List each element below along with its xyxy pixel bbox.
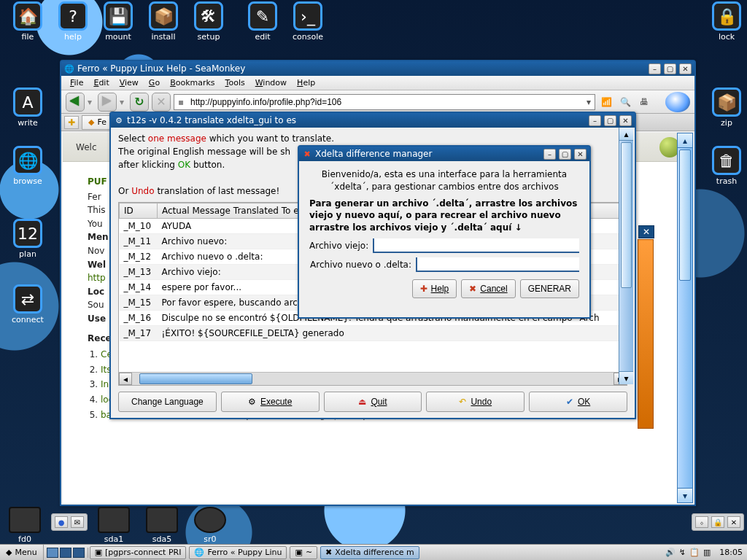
undo-button[interactable]: ↶Undo bbox=[426, 392, 525, 412]
forward-button[interactable]: ⯈ bbox=[98, 93, 117, 112]
execute-button[interactable]: ⚙Execute bbox=[221, 392, 320, 412]
seamonkey-titlebar[interactable]: 🌐 Ferro « Puppy Linux Help - SeaMonkey –… bbox=[61, 61, 694, 76]
stop-button[interactable]: ✕ bbox=[152, 93, 171, 112]
clipboard-icon[interactable]: 📋 bbox=[689, 548, 700, 557]
hscrollbar[interactable]: ◂ ▸ bbox=[119, 372, 627, 385]
menu-file[interactable]: File bbox=[66, 77, 88, 89]
old-file-input[interactable] bbox=[373, 238, 579, 253]
drive-bar: fd0 ● ✉ sda1 sda5 sr0 ⬨ 🔒 ✕ bbox=[0, 502, 747, 544]
menu-go[interactable]: Go bbox=[144, 77, 164, 89]
hdd-icon bbox=[98, 507, 130, 533]
workspace-2[interactable] bbox=[60, 548, 71, 558]
workspace-1[interactable] bbox=[47, 548, 58, 558]
ok-button[interactable]: ✔OK bbox=[529, 392, 627, 412]
task-button[interactable]: ▣[pgprs-connect PRI bbox=[90, 546, 187, 559]
desktop-icon-write[interactable]: Awrite bbox=[6, 88, 50, 128]
xdelta-titlebar[interactable]: ✖ Xdelta difference manager – ▢ ✕ bbox=[299, 147, 589, 161]
url-dropdown-icon[interactable]: ▾ bbox=[583, 97, 595, 107]
new-file-input[interactable] bbox=[416, 257, 579, 272]
clock[interactable]: 18:05 bbox=[715, 548, 747, 557]
drive-fd0[interactable]: fd0 bbox=[3, 507, 47, 544]
change-language-button[interactable]: Change Language bbox=[118, 392, 217, 412]
t12s-scrollbar[interactable]: ▴ ▾ bbox=[619, 128, 633, 384]
close-button[interactable]: ✕ bbox=[679, 63, 692, 74]
drive-dot-icon[interactable]: ● bbox=[55, 516, 68, 528]
throbber-icon bbox=[665, 92, 690, 112]
desktop-icon-help[interactable]: ?help bbox=[51, 1, 95, 42]
desktop-icon-connect[interactable]: ⇄connect bbox=[6, 284, 50, 324]
feed-icon[interactable]: 📶 bbox=[598, 94, 614, 110]
scroll-down-icon[interactable]: ▾ bbox=[678, 488, 692, 502]
scroll-up-icon[interactable]: ▴ bbox=[678, 133, 692, 148]
scroll-down-icon[interactable]: ▾ bbox=[619, 371, 633, 384]
volume-icon[interactable]: 🔊 bbox=[665, 548, 676, 557]
address-bar[interactable]: ▪ ▾ bbox=[174, 94, 595, 110]
maximize-button[interactable]: ▢ bbox=[664, 63, 676, 74]
close-button[interactable]: ✕ bbox=[574, 149, 587, 160]
close-button[interactable]: ✕ bbox=[619, 115, 632, 126]
connect-icon[interactable]: ⬨ bbox=[695, 516, 708, 528]
menu-button[interactable]: ◆Menu bbox=[0, 545, 44, 560]
menu-edit[interactable]: Edit bbox=[89, 77, 113, 89]
desktop-icon-browse[interactable]: 🌐browse bbox=[6, 146, 50, 186]
search-icon[interactable]: 🔍 bbox=[617, 94, 633, 110]
drive-sda1[interactable]: sda1 bbox=[92, 507, 136, 544]
table-row[interactable]: _M_17¡ÉXITO! ${SOURCEFILE_DELTA} generad… bbox=[120, 326, 627, 341]
drive-sda5[interactable]: sda5 bbox=[140, 507, 184, 544]
desktop-icon-trash[interactable]: 🗑trash bbox=[705, 146, 747, 186]
seamonkey-menubar[interactable]: FileEditViewGoBookmarksToolsWindowHelp bbox=[61, 76, 694, 90]
scroll-thumb[interactable] bbox=[679, 149, 691, 281]
close-small-icon[interactable]: ✕ bbox=[727, 516, 740, 528]
battery-icon[interactable]: ▥ bbox=[703, 548, 711, 557]
maximize-button[interactable]: ▢ bbox=[604, 115, 616, 126]
desktop-icon-plan[interactable]: 12plan bbox=[6, 219, 50, 259]
menu-tools[interactable]: Tools bbox=[221, 77, 249, 89]
desktop-icon-console[interactable]: ›_console bbox=[286, 1, 330, 42]
task-button[interactable]: ✖Xdelta difference m bbox=[320, 546, 419, 559]
network-icon[interactable]: ↯ bbox=[679, 548, 686, 557]
task-button[interactable]: ▣~ bbox=[290, 546, 317, 559]
browse-icon: 🌐 bbox=[13, 146, 42, 175]
scroll-up-icon[interactable]: ▴ bbox=[619, 128, 633, 141]
lock-small-icon[interactable]: 🔒 bbox=[711, 516, 724, 528]
panel-close-button[interactable]: ✕ bbox=[638, 225, 654, 238]
drive-sr0[interactable]: sr0 bbox=[188, 507, 232, 544]
desktop-icon-install[interactable]: 📦install bbox=[142, 1, 185, 42]
menu-help[interactable]: Help bbox=[293, 77, 320, 89]
t12s-titlebar[interactable]: ⚙ t12s -v 0.4.2 translate xdelta_gui to … bbox=[111, 113, 635, 128]
generate-button[interactable]: GENERAR bbox=[520, 279, 579, 298]
help-button[interactable]: ✚Help bbox=[412, 279, 457, 298]
scroll-thumb[interactable] bbox=[621, 142, 632, 288]
back-button[interactable]: ⯇ bbox=[66, 93, 85, 112]
task-button[interactable]: 🌐Ferro « Puppy Linu bbox=[189, 546, 287, 559]
url-input[interactable] bbox=[187, 95, 583, 109]
scroll-left-icon[interactable]: ◂ bbox=[119, 373, 132, 385]
workspace-3[interactable] bbox=[73, 548, 85, 558]
quit-button[interactable]: ⏏Quit bbox=[324, 392, 422, 412]
desktop-icon-edit[interactable]: ✎edit bbox=[241, 1, 285, 42]
new-tab-button[interactable]: ✚ bbox=[64, 116, 79, 129]
seamonkey-scrollbar[interactable]: ▴ ▾ bbox=[677, 133, 693, 503]
mail-icon[interactable]: ✉ bbox=[71, 516, 84, 528]
menu-view[interactable]: View bbox=[115, 77, 143, 89]
browser-tab[interactable]: ◆ Fe bbox=[82, 115, 113, 130]
minimize-button[interactable]: – bbox=[649, 63, 661, 74]
desktop-icon-zip[interactable]: 📦zip bbox=[705, 88, 747, 128]
minimize-button[interactable]: – bbox=[543, 149, 556, 160]
hscroll-thumb[interactable] bbox=[139, 373, 252, 384]
cancel-button[interactable]: ✖Cancel bbox=[461, 279, 515, 298]
reload-button[interactable]: ↻ bbox=[130, 93, 149, 112]
print-icon[interactable]: 🖶 bbox=[636, 94, 652, 110]
col-id[interactable]: ID bbox=[120, 203, 158, 219]
seamonkey-title: Ferro « Puppy Linux Help - SeaMonkey bbox=[77, 63, 245, 74]
menu-window[interactable]: Window bbox=[251, 77, 291, 89]
desktop-icon-mount[interactable]: 💾mount bbox=[96, 1, 140, 42]
desktop-icon-file[interactable]: 🏠file bbox=[6, 1, 50, 42]
menu-bookmarks[interactable]: Bookmarks bbox=[166, 77, 219, 89]
desktop-icon-lock[interactable]: 🔒lock bbox=[705, 1, 747, 42]
maximize-button[interactable]: ▢ bbox=[559, 149, 571, 160]
mount-icon: 💾 bbox=[104, 1, 133, 31]
pager[interactable] bbox=[44, 548, 88, 558]
minimize-button[interactable]: – bbox=[589, 115, 601, 126]
desktop-icon-setup[interactable]: 🛠setup bbox=[187, 1, 231, 42]
